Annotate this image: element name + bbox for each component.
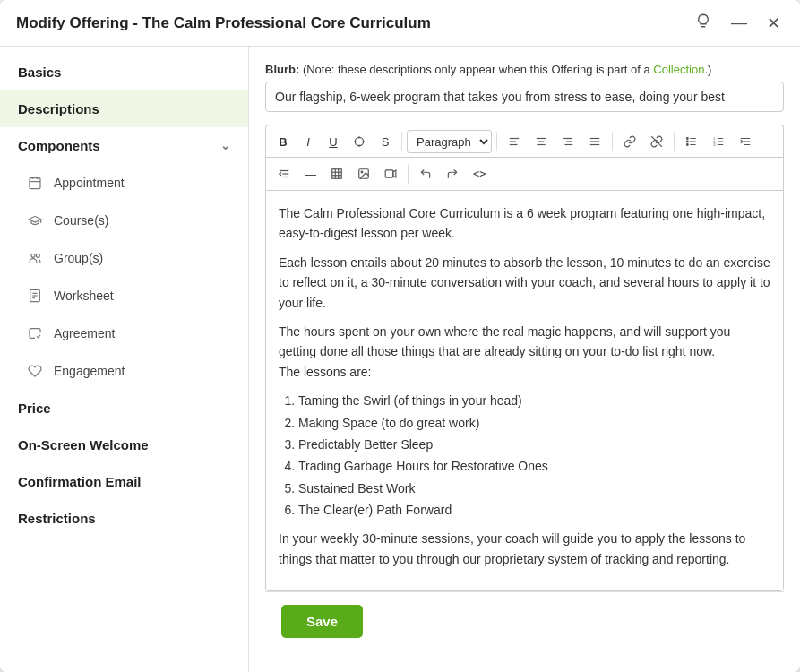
- groups-icon: [25, 248, 45, 268]
- list-ol-button[interactable]: 1.2.3.: [706, 130, 731, 153]
- agreement-icon: [25, 323, 45, 343]
- embed-button[interactable]: [644, 130, 669, 153]
- strikethrough-button[interactable]: S: [374, 130, 397, 153]
- sidebar-item-groups[interactable]: Group(s): [9, 239, 248, 277]
- image-button[interactable]: [351, 162, 376, 185]
- svg-point-5: [36, 254, 39, 257]
- modal-body: Basics Descriptions Components ⌄ Appoint…: [0, 47, 800, 672]
- blurb-note: (Note: these descriptions only appear wh…: [303, 63, 711, 76]
- sidebar-item-courses[interactable]: Course(s): [9, 202, 248, 239]
- toolbar-divider-3: [612, 132, 613, 151]
- toolbar-divider-4: [674, 132, 675, 151]
- svg-point-48: [361, 171, 363, 173]
- svg-rect-0: [30, 178, 40, 189]
- blurb-section: Blurb: (Note: these descriptions only ap…: [265, 63, 784, 112]
- list-item: Predictably Better Sleep: [298, 435, 770, 454]
- minimize-button[interactable]: —: [727, 12, 751, 34]
- table-button[interactable]: [324, 162, 349, 185]
- sidebar-item-worksheet[interactable]: Worksheet: [9, 277, 248, 314]
- sidebar-item-basics[interactable]: Basics: [0, 54, 248, 90]
- modal-header: Modify Offering - The Calm Professional …: [0, 0, 800, 47]
- engagement-icon: [25, 361, 45, 381]
- modal-title: Modify Offering - The Calm Professional …: [16, 14, 431, 32]
- editor-para-4: In your weekly 30-minute sessions, your …: [279, 529, 770, 569]
- sidebar-item-on-screen-welcome[interactable]: On-Screen Welcome: [0, 426, 248, 463]
- list-ul-button[interactable]: [679, 130, 704, 153]
- appointment-icon: [25, 173, 45, 193]
- align-justify-button[interactable]: [582, 130, 607, 153]
- svg-marker-50: [393, 170, 396, 177]
- list-item: Making Space (to do great work): [298, 413, 770, 433]
- link-button[interactable]: [617, 130, 642, 153]
- modal-container: Modify Offering - The Calm Professional …: [0, 0, 800, 672]
- toolbar-divider-5: [408, 164, 409, 184]
- editor-toolbar-row2: — <>: [265, 157, 784, 190]
- editor-para-3: The hours spent on your own where the re…: [279, 322, 770, 382]
- svg-point-29: [686, 144, 688, 146]
- sidebar-item-price[interactable]: Price: [0, 390, 248, 426]
- outdent-button[interactable]: [271, 162, 297, 185]
- color-button[interactable]: [347, 130, 372, 153]
- sidebar-item-engagement[interactable]: Engagement: [9, 352, 248, 390]
- toolbar-divider-2: [496, 132, 497, 151]
- list-item: The Clear(er) Path Forward: [298, 500, 770, 520]
- save-button[interactable]: Save: [281, 605, 363, 638]
- underline-button[interactable]: U: [322, 130, 345, 153]
- courses-icon: [25, 211, 45, 230]
- list-item: Sustained Best Work: [298, 478, 770, 498]
- video-button[interactable]: [378, 162, 403, 185]
- svg-point-10: [355, 137, 363, 145]
- align-right-button[interactable]: [555, 130, 581, 153]
- code-button[interactable]: <>: [467, 162, 492, 185]
- svg-point-4: [31, 254, 35, 257]
- editor-toolbar: B I U S Paragraph Heading 1 Heading 2 He…: [265, 125, 784, 158]
- align-center-button[interactable]: [529, 130, 554, 153]
- sidebar-item-agreement[interactable]: Agreement: [9, 314, 248, 352]
- list-item: Trading Garbage Hours for Restorative On…: [298, 456, 770, 476]
- collection-link[interactable]: Collection: [653, 63, 704, 76]
- sidebar-item-appointment[interactable]: Appointment: [9, 164, 248, 202]
- svg-rect-49: [385, 170, 393, 177]
- svg-point-28: [686, 141, 688, 142]
- sidebar-item-restrictions[interactable]: Restrictions: [0, 500, 248, 537]
- paragraph-select[interactable]: Paragraph Heading 1 Heading 2 Heading 3: [407, 130, 492, 153]
- bold-button[interactable]: B: [271, 130, 295, 153]
- toolbar-divider-1: [401, 132, 402, 151]
- editor-list: Taming the Swirl (of things in your head…: [298, 391, 770, 520]
- bulb-icon[interactable]: [692, 11, 715, 35]
- blurb-label: Blurb: (Note: these descriptions only ap…: [265, 63, 784, 76]
- worksheet-icon: [25, 286, 45, 306]
- main-content: Blurb: (Note: these descriptions only ap…: [249, 47, 800, 672]
- list-item: Taming the Swirl (of things in your head…: [298, 391, 770, 410]
- editor-para-1: The Calm Professional Core Curriculum is…: [279, 203, 770, 244]
- sidebar-item-descriptions[interactable]: Descriptions: [0, 90, 248, 127]
- sidebar-item-confirmation-email[interactable]: Confirmation Email: [0, 463, 248, 500]
- undo-button[interactable]: [413, 162, 438, 185]
- redo-button[interactable]: [440, 162, 465, 185]
- components-chevron-icon: ⌄: [220, 139, 230, 152]
- hr-button[interactable]: —: [298, 162, 323, 185]
- editor-para-2: Each lesson entails about 20 minutes to …: [279, 253, 770, 313]
- close-button[interactable]: ✕: [763, 12, 784, 35]
- svg-text:3.: 3.: [713, 142, 716, 147]
- sidebar: Basics Descriptions Components ⌄ Appoint…: [0, 47, 249, 672]
- svg-rect-42: [332, 169, 342, 179]
- indent-right-button[interactable]: [733, 130, 758, 153]
- sidebar-sub-components: Appointment Course(s) Group(s): [0, 164, 248, 390]
- italic-button[interactable]: I: [297, 130, 320, 153]
- align-left-button[interactable]: [502, 130, 527, 153]
- editor-area[interactable]: The Calm Professional Core Curriculum is…: [265, 190, 784, 591]
- svg-point-27: [686, 138, 688, 140]
- header-icons: — ✕: [692, 11, 784, 35]
- blurb-input[interactable]: [265, 82, 784, 112]
- save-bar: Save: [265, 591, 784, 650]
- sidebar-item-components[interactable]: Components ⌄: [0, 127, 248, 164]
